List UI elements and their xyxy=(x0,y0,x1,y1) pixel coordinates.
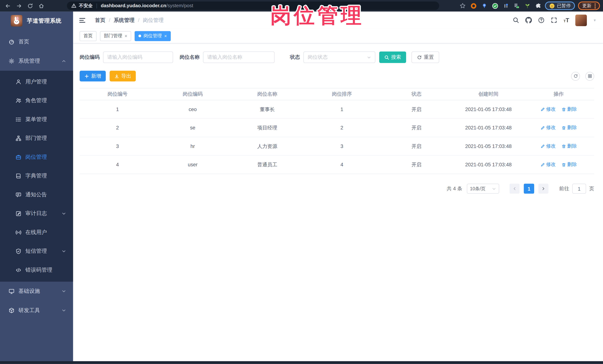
reset-button[interactable]: 重置 xyxy=(411,52,439,63)
sidebar-item-菜单管理[interactable]: 菜单管理 xyxy=(0,110,73,129)
svg-text:GTM: GTM xyxy=(516,7,519,8)
sidebar-item-label: 错误码管理 xyxy=(25,266,52,273)
tab-label: 首页 xyxy=(83,33,93,39)
page-number-button[interactable]: 1 xyxy=(524,184,534,194)
font-size-icon[interactable]: TT xyxy=(563,17,569,23)
table-header-cell: 岗位编码 xyxy=(155,91,230,98)
table-cell: 2021-01-05 17:03:48 xyxy=(454,106,523,112)
forward-icon[interactable] xyxy=(14,1,23,10)
page-size-select[interactable]: 10条/页 xyxy=(467,184,499,194)
sidebar-item-错误码管理[interactable]: 错误码管理 xyxy=(0,261,73,279)
sidebar-item-字典管理[interactable]: 字典管理 xyxy=(0,166,73,185)
smiley-icon xyxy=(549,3,555,9)
sidebar-item-系统管理[interactable]: 系统管理 xyxy=(0,52,73,71)
sidebar-item-岗位管理[interactable]: 岗位管理 xyxy=(0,148,73,166)
delete-link[interactable]: 删除 xyxy=(561,161,577,168)
table-header-cell: 岗位排序 xyxy=(305,91,379,98)
extensions-puzzle-icon[interactable] xyxy=(534,2,542,10)
sidebar-menu: 首页系统管理用户管理角色管理菜单管理部门管理岗位管理字典管理通知公告审计日志在线… xyxy=(0,30,73,320)
close-icon[interactable]: × xyxy=(125,33,127,38)
edit-link[interactable]: 修改 xyxy=(540,143,556,149)
edit-link[interactable]: 修改 xyxy=(540,161,556,168)
goto-page-input[interactable] xyxy=(572,184,586,194)
table-cell: 3 xyxy=(305,143,379,149)
app-brand[interactable]: 芋道管理系统 xyxy=(0,11,73,30)
delete-link[interactable]: 删除 xyxy=(561,106,577,112)
user-icon xyxy=(15,79,22,85)
table-header-cell: 岗位编号 xyxy=(80,91,155,98)
notice-icon xyxy=(15,192,22,198)
extension-gtm-icon[interactable]: GTM xyxy=(513,2,520,10)
extension-check-icon[interactable] xyxy=(491,2,499,10)
sidebar-submenu: 用户管理角色管理菜单管理部门管理岗位管理字典管理通知公告审计日志在线用户短信管理… xyxy=(0,71,73,282)
extension-sliders-icon[interactable] xyxy=(502,2,510,10)
user-avatar[interactable] xyxy=(575,14,587,26)
breadcrumb-separator: / xyxy=(138,17,139,23)
prev-page-button[interactable] xyxy=(510,184,520,194)
extension-orange-icon[interactable] xyxy=(470,2,477,10)
dict-icon xyxy=(15,173,22,179)
tab-部门管理[interactable]: 部门管理× xyxy=(100,31,131,41)
post-code-input[interactable]: 请输入岗位编码 xyxy=(103,52,173,63)
next-page-button[interactable] xyxy=(538,184,548,194)
edit-link[interactable]: 修改 xyxy=(540,124,556,131)
page-unit-label: 页 xyxy=(589,185,594,192)
table-cell: 1 xyxy=(305,106,379,112)
close-icon[interactable]: × xyxy=(164,33,167,38)
paused-extension-chip[interactable]: 已暂停 xyxy=(545,1,575,10)
delete-link[interactable]: 删除 xyxy=(561,124,577,131)
row-actions: 修改删除 xyxy=(523,106,594,112)
sidebar-item-基础设施[interactable]: 基础设施 xyxy=(0,282,73,301)
home-nav-icon[interactable] xyxy=(36,1,46,10)
delete-link[interactable]: 删除 xyxy=(561,143,577,149)
table-cell: 2021-01-05 17:03:48 xyxy=(454,162,523,167)
status-select[interactable]: 岗位状态 xyxy=(303,52,375,63)
export-button[interactable]: 导出 xyxy=(110,71,136,81)
chevron-down-icon[interactable]: ▼ xyxy=(593,18,596,22)
reload-icon[interactable] xyxy=(25,1,35,10)
tab-首页[interactable]: 首页 xyxy=(80,31,96,41)
breadcrumb-item[interactable]: 首页 xyxy=(95,17,105,23)
post-name-input[interactable]: 请输入岗位名称 xyxy=(203,52,275,63)
search-button[interactable]: 搜索 xyxy=(379,52,406,63)
browser-menu-icon[interactable] xyxy=(594,3,596,8)
table-header-cell: 操作 xyxy=(523,91,594,98)
search-icon[interactable] xyxy=(513,17,519,23)
add-button[interactable]: 新增 xyxy=(80,71,106,81)
table-row: 3hr人力资源3开启2021-01-05 17:03:48修改删除 xyxy=(80,137,594,155)
breadcrumb-item[interactable]: 系统管理 xyxy=(114,17,135,23)
extension-pin-icon[interactable] xyxy=(480,2,488,10)
bookmark-star-icon[interactable] xyxy=(459,2,466,10)
sidebar-item-部门管理[interactable]: 部门管理 xyxy=(0,129,73,148)
url-text: dashboard.yudao.iocoder.cn/system/post xyxy=(101,3,193,9)
sidebar-item-首页[interactable]: 首页 xyxy=(0,32,73,52)
back-icon[interactable] xyxy=(3,1,12,10)
github-icon[interactable] xyxy=(525,17,532,23)
extension-leaf-icon[interactable] xyxy=(523,2,531,10)
help-icon[interactable] xyxy=(538,17,545,23)
collapse-sidebar-icon[interactable] xyxy=(79,17,86,23)
sidebar-item-label: 部门管理 xyxy=(25,135,47,142)
fullscreen-icon[interactable] xyxy=(551,17,557,23)
edit-link[interactable]: 修改 xyxy=(540,106,556,112)
browser-actions: GTM 已暂停 更新 xyxy=(459,1,600,10)
tab-岗位管理[interactable]: 岗位管理× xyxy=(135,31,171,41)
columns-grid-icon[interactable] xyxy=(585,72,594,80)
sidebar-item-角色管理[interactable]: 角色管理 xyxy=(0,91,73,110)
sidebar: 芋道管理系统 首页系统管理用户管理角色管理菜单管理部门管理岗位管理字典管理通知公… xyxy=(0,11,73,364)
address-bar[interactable]: 不安全 dashboard.yudao.iocoder.cn/system/po… xyxy=(67,1,439,10)
update-browser-chip[interactable]: 更新 xyxy=(578,1,600,10)
sms-icon xyxy=(15,248,22,254)
sidebar-item-短信管理[interactable]: 短信管理 xyxy=(0,242,73,261)
sidebar-item-研发工具[interactable]: 研发工具 xyxy=(0,301,73,320)
posts-table: 岗位编号岗位编码岗位名称岗位排序状态创建时间操作 1ceo董事长1开启2021-… xyxy=(80,88,594,174)
sidebar-item-label: 基础设施 xyxy=(18,288,40,295)
sidebar-item-label: 首页 xyxy=(18,38,29,45)
refresh-icon[interactable] xyxy=(571,72,580,80)
sidebar-item-通知公告[interactable]: 通知公告 xyxy=(0,185,73,204)
sidebar-item-在线用户[interactable]: 在线用户 xyxy=(0,223,73,242)
sidebar-item-用户管理[interactable]: 用户管理 xyxy=(0,72,73,91)
table-cell: 项目经理 xyxy=(230,124,305,131)
table-cell: user xyxy=(155,162,230,167)
sidebar-item-审计日志[interactable]: 审计日志 xyxy=(0,204,73,223)
